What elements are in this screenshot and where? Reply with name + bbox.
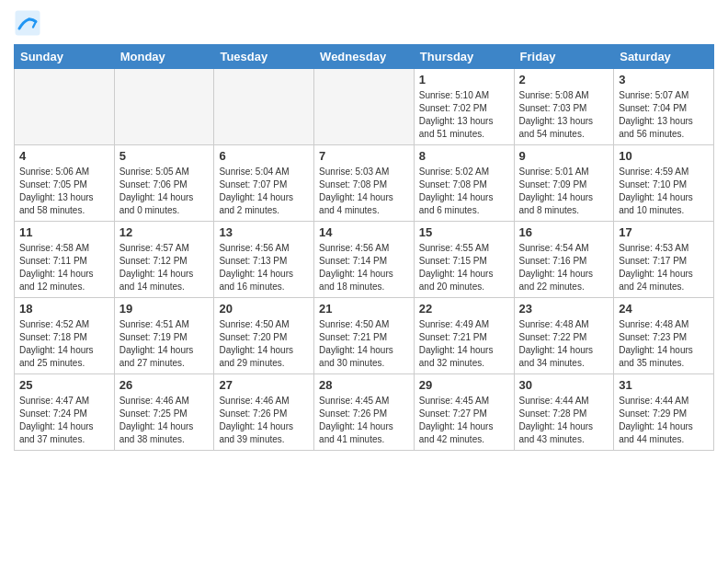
calendar-cell: 18Sunrise: 4:52 AM Sunset: 7:18 PM Dayli… — [15, 298, 115, 374]
logo — [14, 9, 45, 37]
calendar-cell: 24Sunrise: 4:48 AM Sunset: 7:23 PM Dayli… — [614, 298, 714, 374]
day-number: 11 — [19, 225, 109, 239]
day-number: 16 — [519, 225, 609, 239]
calendar-cell: 26Sunrise: 4:46 AM Sunset: 7:25 PM Dayli… — [114, 374, 214, 451]
day-number: 28 — [319, 378, 409, 392]
day-info: Sunrise: 5:04 AM Sunset: 7:07 PM Dayligh… — [219, 166, 309, 217]
day-number: 23 — [519, 302, 609, 316]
calendar-table: SundayMondayTuesdayWednesdayThursdayFrid… — [14, 44, 714, 451]
day-info: Sunrise: 5:08 AM Sunset: 7:03 PM Dayligh… — [519, 89, 609, 141]
calendar-cell: 17Sunrise: 4:53 AM Sunset: 7:17 PM Dayli… — [614, 222, 714, 298]
day-number: 3 — [619, 73, 709, 86]
calendar-cell: 30Sunrise: 4:44 AM Sunset: 7:28 PM Dayli… — [514, 374, 614, 451]
calendar-cell — [214, 69, 314, 145]
calendar-cell: 6Sunrise: 5:04 AM Sunset: 7:07 PM Daylig… — [214, 145, 314, 222]
calendar-cell: 21Sunrise: 4:50 AM Sunset: 7:21 PM Dayli… — [314, 298, 415, 374]
day-info: Sunrise: 5:10 AM Sunset: 7:02 PM Dayligh… — [419, 89, 509, 141]
day-info: Sunrise: 4:50 AM Sunset: 7:21 PM Dayligh… — [319, 318, 409, 370]
calendar-cell: 9Sunrise: 5:01 AM Sunset: 7:09 PM Daylig… — [514, 145, 614, 222]
day-info: Sunrise: 4:47 AM Sunset: 7:24 PM Dayligh… — [19, 395, 109, 446]
weekday-header-thursday: Thursday — [414, 45, 514, 69]
calendar-cell — [114, 69, 214, 145]
day-info: Sunrise: 5:02 AM Sunset: 7:08 PM Dayligh… — [419, 166, 509, 217]
day-number: 15 — [419, 225, 509, 239]
calendar-cell: 16Sunrise: 4:54 AM Sunset: 7:16 PM Dayli… — [514, 222, 614, 298]
calendar-cell: 4Sunrise: 5:06 AM Sunset: 7:05 PM Daylig… — [15, 145, 115, 222]
weekday-header-sunday: Sunday — [15, 45, 115, 69]
calendar-cell: 3Sunrise: 5:07 AM Sunset: 7:04 PM Daylig… — [614, 69, 714, 145]
calendar-cell: 5Sunrise: 5:05 AM Sunset: 7:06 PM Daylig… — [114, 145, 214, 222]
day-info: Sunrise: 4:44 AM Sunset: 7:28 PM Dayligh… — [519, 395, 609, 446]
day-number: 21 — [319, 302, 409, 316]
day-number: 24 — [619, 302, 709, 316]
calendar-cell: 20Sunrise: 4:50 AM Sunset: 7:20 PM Dayli… — [214, 298, 314, 374]
calendar-cell: 2Sunrise: 5:08 AM Sunset: 7:03 PM Daylig… — [514, 69, 614, 145]
calendar-cell: 28Sunrise: 4:45 AM Sunset: 7:26 PM Dayli… — [314, 374, 415, 451]
day-number: 13 — [219, 225, 309, 239]
day-info: Sunrise: 4:54 AM Sunset: 7:16 PM Dayligh… — [519, 242, 609, 293]
calendar-cell — [314, 69, 415, 145]
day-number: 18 — [19, 302, 109, 316]
calendar-cell: 23Sunrise: 4:48 AM Sunset: 7:22 PM Dayli… — [514, 298, 614, 374]
day-info: Sunrise: 4:48 AM Sunset: 7:23 PM Dayligh… — [619, 318, 709, 370]
calendar-cell: 31Sunrise: 4:44 AM Sunset: 7:29 PM Dayli… — [614, 374, 714, 451]
calendar-week-4: 25Sunrise: 4:47 AM Sunset: 7:24 PM Dayli… — [15, 374, 714, 451]
day-info: Sunrise: 4:46 AM Sunset: 7:26 PM Dayligh… — [219, 395, 309, 446]
day-info: Sunrise: 4:55 AM Sunset: 7:15 PM Dayligh… — [419, 242, 509, 293]
calendar-cell: 29Sunrise: 4:45 AM Sunset: 7:27 PM Dayli… — [414, 374, 514, 451]
day-info: Sunrise: 4:51 AM Sunset: 7:19 PM Dayligh… — [119, 318, 210, 370]
day-number: 8 — [419, 149, 509, 163]
day-info: Sunrise: 4:46 AM Sunset: 7:25 PM Dayligh… — [119, 395, 210, 446]
day-info: Sunrise: 5:05 AM Sunset: 7:06 PM Dayligh… — [119, 166, 210, 217]
day-info: Sunrise: 4:50 AM Sunset: 7:20 PM Dayligh… — [219, 318, 309, 370]
day-number: 20 — [219, 302, 309, 316]
day-number: 25 — [19, 378, 109, 392]
day-info: Sunrise: 4:52 AM Sunset: 7:18 PM Dayligh… — [19, 318, 109, 370]
day-number: 10 — [619, 149, 709, 163]
calendar-cell: 25Sunrise: 4:47 AM Sunset: 7:24 PM Dayli… — [15, 374, 115, 451]
day-info: Sunrise: 4:59 AM Sunset: 7:10 PM Dayligh… — [619, 166, 709, 217]
day-info: Sunrise: 4:49 AM Sunset: 7:21 PM Dayligh… — [419, 318, 509, 370]
weekday-header-tuesday: Tuesday — [214, 45, 314, 69]
day-number: 30 — [519, 378, 609, 392]
day-info: Sunrise: 4:45 AM Sunset: 7:27 PM Dayligh… — [419, 395, 509, 446]
calendar-cell: 15Sunrise: 4:55 AM Sunset: 7:15 PM Dayli… — [414, 222, 514, 298]
calendar-week-1: 4Sunrise: 5:06 AM Sunset: 7:05 PM Daylig… — [15, 145, 714, 222]
day-info: Sunrise: 5:01 AM Sunset: 7:09 PM Dayligh… — [519, 166, 609, 217]
day-number: 7 — [319, 149, 409, 163]
day-number: 6 — [219, 149, 309, 163]
day-info: Sunrise: 4:57 AM Sunset: 7:12 PM Dayligh… — [119, 242, 210, 293]
day-info: Sunrise: 4:56 AM Sunset: 7:13 PM Dayligh… — [219, 242, 309, 293]
calendar-cell: 1Sunrise: 5:10 AM Sunset: 7:02 PM Daylig… — [414, 69, 514, 145]
calendar-cell: 10Sunrise: 4:59 AM Sunset: 7:10 PM Dayli… — [614, 145, 714, 222]
day-info: Sunrise: 4:53 AM Sunset: 7:17 PM Dayligh… — [619, 242, 709, 293]
day-info: Sunrise: 4:58 AM Sunset: 7:11 PM Dayligh… — [19, 242, 109, 293]
day-info: Sunrise: 4:45 AM Sunset: 7:26 PM Dayligh… — [319, 395, 409, 446]
weekday-header-saturday: Saturday — [614, 45, 714, 69]
day-number: 2 — [519, 73, 609, 86]
calendar-week-3: 18Sunrise: 4:52 AM Sunset: 7:18 PM Dayli… — [15, 298, 714, 374]
weekday-header-monday: Monday — [114, 45, 214, 69]
day-number: 4 — [19, 149, 109, 163]
calendar-cell — [15, 69, 115, 145]
day-number: 17 — [619, 225, 709, 239]
calendar-cell: 19Sunrise: 4:51 AM Sunset: 7:19 PM Dayli… — [114, 298, 214, 374]
calendar-cell: 11Sunrise: 4:58 AM Sunset: 7:11 PM Dayli… — [15, 222, 115, 298]
day-info: Sunrise: 5:03 AM Sunset: 7:08 PM Dayligh… — [319, 166, 409, 217]
day-number: 31 — [619, 378, 709, 392]
weekday-header-wednesday: Wednesday — [314, 45, 415, 69]
day-number: 26 — [119, 378, 210, 392]
calendar-week-0: 1Sunrise: 5:10 AM Sunset: 7:02 PM Daylig… — [15, 69, 714, 145]
day-number: 1 — [419, 73, 509, 86]
weekday-header-row: SundayMondayTuesdayWednesdayThursdayFrid… — [15, 45, 714, 69]
day-number: 19 — [119, 302, 210, 316]
calendar-cell: 12Sunrise: 4:57 AM Sunset: 7:12 PM Dayli… — [114, 222, 214, 298]
day-number: 5 — [119, 149, 210, 163]
calendar-cell: 8Sunrise: 5:02 AM Sunset: 7:08 PM Daylig… — [414, 145, 514, 222]
calendar-cell: 7Sunrise: 5:03 AM Sunset: 7:08 PM Daylig… — [314, 145, 415, 222]
day-info: Sunrise: 4:56 AM Sunset: 7:14 PM Dayligh… — [319, 242, 409, 293]
day-number: 22 — [419, 302, 509, 316]
day-number: 29 — [419, 378, 509, 392]
weekday-header-friday: Friday — [514, 45, 614, 69]
calendar-week-2: 11Sunrise: 4:58 AM Sunset: 7:11 PM Dayli… — [15, 222, 714, 298]
